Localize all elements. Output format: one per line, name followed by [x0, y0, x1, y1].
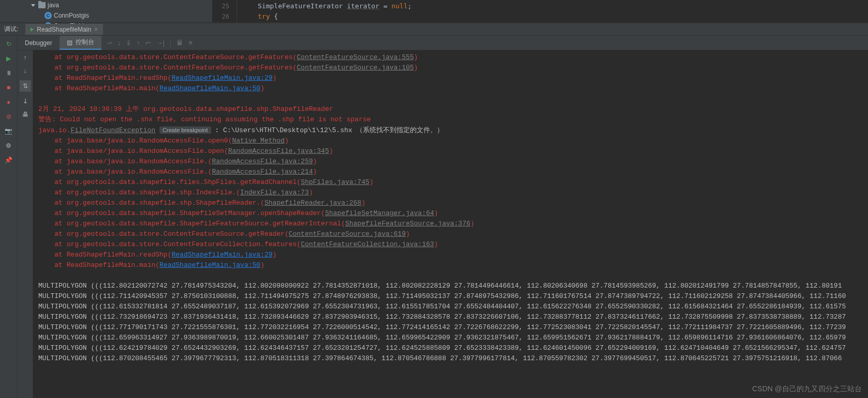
top-row: java C ConnPostgis C ConstField 25 26 Si… — [0, 0, 868, 23]
debug-content: Debugger ▤ 控制台 ⤻ ↓ ⇓ ↑ ⤺ →| | 🖩 ≡ ↑ ↓ — [18, 36, 868, 398]
settings-icon[interactable]: ⚙ — [5, 141, 13, 150]
tab-label: Debugger — [25, 39, 52, 47]
step-into-icon[interactable]: ↓ — [117, 39, 121, 47]
print-icon[interactable]: 🖶 — [21, 110, 30, 119]
editor[interactable]: 25 26 SimpleFeatureIterator iterator = n… — [212, 0, 868, 22]
tab-debugger[interactable]: Debugger — [18, 36, 60, 50]
line-number: 25 — [212, 1, 229, 11]
code-line: SimpleFeatureIterator iterator = null; — [258, 1, 868, 11]
drop-frame-icon[interactable]: ⤺ — [145, 39, 151, 47]
tab-label: 控制台 — [76, 38, 94, 47]
run-config-name: ReadShapefileMain — [37, 26, 91, 33]
debug-label: 调试: — [4, 25, 23, 34]
tree-file-connpostgis[interactable]: C ConnPostgis — [31, 10, 212, 21]
scroll-end-icon[interactable]: ⤓ — [21, 97, 30, 105]
file-label: ConnPostgis — [54, 12, 89, 19]
editor-gutter: 25 26 — [212, 0, 237, 22]
up-stack-icon[interactable]: ↑ — [21, 53, 30, 62]
class-icon: C — [45, 12, 52, 19]
rerun-icon[interactable]: ↻ — [5, 40, 13, 48]
debug-tab-row: Debugger ▤ 控制台 ⤻ ↓ ⇓ ↑ ⤺ →| | 🖩 ≡ — [18, 36, 868, 50]
mute-breakpoints-icon[interactable]: ⊘ — [5, 112, 13, 121]
close-icon[interactable]: × — [94, 26, 98, 33]
force-step-into-icon[interactable]: ⇓ — [126, 39, 131, 47]
run-icon — [31, 27, 34, 32]
editor-content[interactable]: SimpleFeatureIterator iterator = null; t… — [237, 0, 868, 22]
more-icon[interactable]: ≡ — [188, 39, 193, 47]
chevron-down-icon — [31, 4, 35, 7]
step-out-icon[interactable]: ↑ — [137, 39, 140, 47]
console-wrap: ↑ ↓ ⇅ ⤓ 🖶 at org.geotools.data.store.Con… — [18, 50, 868, 398]
folder-label: java — [48, 2, 59, 9]
camera-icon[interactable]: 📷 — [5, 127, 13, 135]
debug-panel: ↻ ▶ ⏸ ■ ● ⊘ 📷 ⚙ 📌 Debugger ▤ 控制台 ⤻ ↓ ⇓ ↑… — [0, 36, 868, 398]
down-stack-icon[interactable]: ↓ — [21, 67, 30, 75]
line-number: 26 — [212, 11, 229, 22]
resume-icon[interactable]: ▶ — [5, 54, 13, 63]
stop-icon[interactable]: ■ — [5, 83, 13, 92]
pause-icon[interactable]: ⏸ — [5, 69, 13, 77]
evaluate-icon[interactable]: 🖩 — [176, 39, 183, 47]
folder-icon — [38, 2, 46, 8]
soft-wrap-icon[interactable]: ⇅ — [20, 80, 31, 92]
project-tree: java C ConnPostgis C ConstField — [0, 0, 212, 22]
console-icon: ▤ — [67, 39, 72, 46]
step-toolbar: ⤻ ↓ ⇓ ↑ ⤺ →| | 🖩 ≡ — [101, 36, 193, 50]
debug-left-toolbar: ↻ ▶ ⏸ ■ ● ⊘ 📷 ⚙ 📌 — [0, 36, 18, 398]
pin-icon[interactable]: 📌 — [5, 156, 13, 164]
breakpoints-icon[interactable]: ● — [5, 98, 13, 106]
console-output[interactable]: at org.geotools.data.store.ContentFeatur… — [33, 50, 868, 398]
run-to-cursor-icon[interactable]: →| — [156, 39, 165, 47]
debug-run-tab[interactable]: ReadShapefileMain × — [25, 24, 103, 35]
step-over-icon[interactable]: ⤻ — [107, 39, 112, 47]
code-line: try { — [258, 11, 868, 22]
console-toolbar: ↑ ↓ ⇅ ⤓ 🖶 — [18, 50, 33, 398]
tree-folder-java[interactable]: java — [31, 0, 212, 10]
tab-console[interactable]: ▤ 控制台 — [60, 36, 101, 50]
